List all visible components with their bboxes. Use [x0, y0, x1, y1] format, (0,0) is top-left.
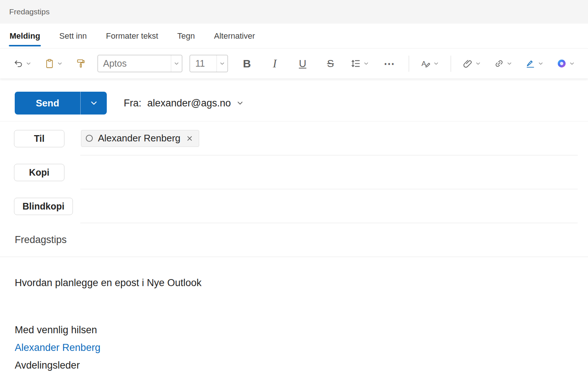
chevron-down-icon — [237, 100, 243, 106]
toolbar-divider — [451, 56, 451, 72]
signature-pen-icon — [525, 59, 535, 68]
bcc-label-col: Blindkopi — [14, 189, 80, 223]
send-split-button: Send — [15, 92, 107, 115]
paste-icon — [45, 59, 54, 68]
ribbon-tabs: Melding Sett inn Formater tekst Tegn Alt… — [0, 24, 588, 49]
paperclip-icon — [463, 59, 473, 68]
recipient-name: Alexander Renberg — [98, 133, 180, 144]
body-text: Hvordan planlegge en epost i Nye Outlook — [15, 274, 573, 292]
chevron-down-icon — [57, 61, 63, 66]
bcc-button[interactable]: Blindkopi — [14, 198, 73, 215]
tab-sett-inn[interactable]: Sett inn — [50, 24, 96, 48]
send-row: Send Fra: alexander@ags.no — [0, 78, 588, 122]
more-options-button[interactable]: ⋯ — [381, 55, 398, 73]
chevron-down-icon — [475, 61, 481, 66]
copilot-icon — [557, 59, 567, 68]
styles-button[interactable]: A — [419, 57, 440, 70]
chevron-down-icon — [90, 99, 98, 107]
from-address: alexander@ags.no — [147, 98, 231, 109]
ribbon-toolbar: Aptos 11 B I U S ⋯ A — [0, 49, 588, 78]
tab-label: Melding — [10, 31, 40, 41]
compose-area: Send Fra: alexander@ags.no Til Alexander… — [0, 78, 588, 387]
tab-label: Formater tekst — [106, 31, 158, 41]
toolbar-divider — [409, 56, 409, 72]
to-row: Til Alexander Renberg — [0, 122, 588, 155]
tab-label: Tegn — [177, 31, 195, 41]
remove-recipient-button[interactable] — [186, 134, 194, 143]
window-title: Fredagstips — [9, 7, 50, 16]
cc-label-col: Kopi — [14, 155, 80, 189]
to-button[interactable]: Til — [14, 130, 64, 147]
message-body-editor[interactable]: Hvordan planlegge en epost i Nye Outlook… — [0, 257, 588, 387]
chevron-down-icon — [538, 61, 543, 66]
tab-alternativer[interactable]: Alternativer — [204, 24, 264, 48]
font-name-select[interactable]: Aptos — [98, 55, 182, 72]
font-size-value: 11 — [190, 58, 216, 69]
chevron-down-icon — [569, 61, 575, 66]
line-spacing-icon — [351, 59, 361, 68]
bcc-row: Blindkopi — [0, 189, 588, 223]
link-icon — [494, 59, 504, 68]
subject-field[interactable]: Fredagstips — [0, 223, 588, 257]
styles-icon: A — [421, 59, 431, 68]
font-name-value: Aptos — [98, 58, 171, 69]
signature-name-link[interactable]: Alexander Renberg — [15, 339, 573, 356]
chevron-down-icon — [363, 61, 369, 66]
chevron-down-icon — [171, 55, 182, 72]
chevron-down-icon — [216, 55, 228, 72]
tab-formater-tekst[interactable]: Formater tekst — [96, 24, 168, 48]
chevron-down-icon — [433, 61, 439, 66]
chevron-down-icon — [26, 61, 31, 66]
insert-link-button[interactable] — [493, 57, 514, 70]
undo-button[interactable] — [12, 57, 33, 70]
copilot-button[interactable] — [555, 57, 576, 70]
attach-button[interactable] — [461, 57, 482, 70]
cc-field[interactable] — [80, 155, 578, 189]
subject-text: Fredagstips — [15, 234, 67, 246]
cc-button[interactable]: Kopi — [14, 164, 64, 181]
to-field[interactable]: Alexander Renberg — [80, 122, 578, 155]
paste-button[interactable] — [43, 57, 64, 70]
tab-label: Alternativer — [214, 31, 255, 41]
cc-row: Kopi — [0, 155, 588, 189]
italic-button[interactable]: I — [266, 55, 284, 73]
from-label: Fra: — [124, 98, 141, 109]
close-icon — [186, 135, 193, 142]
signature-greeting: Med vennlig hilsen — [15, 321, 573, 339]
recipient-pill[interactable]: Alexander Renberg — [81, 130, 199, 147]
format-painter-icon — [76, 59, 86, 68]
from-selector[interactable]: Fra: alexander@ags.no — [124, 98, 243, 109]
underline-button[interactable]: U — [294, 55, 311, 73]
tab-tegn[interactable]: Tegn — [168, 24, 205, 48]
format-painter-button[interactable] — [74, 57, 87, 70]
compose-window: Fredagstips Melding Sett inn Formater te… — [0, 0, 588, 387]
bcc-field[interactable] — [80, 189, 578, 223]
undo-icon — [13, 59, 23, 68]
titlebar: Fredagstips — [0, 0, 588, 24]
strikethrough-button[interactable]: S — [322, 55, 339, 73]
font-size-select[interactable]: 11 — [190, 55, 228, 72]
send-button[interactable]: Send — [15, 92, 80, 115]
send-options-button[interactable] — [80, 92, 107, 115]
line-spacing-button[interactable] — [349, 57, 370, 70]
signature-role: Avdelingsleder — [15, 356, 573, 374]
signature-button[interactable] — [524, 57, 545, 70]
bold-button[interactable]: B — [238, 55, 256, 73]
to-label-col: Til — [14, 122, 80, 155]
chevron-down-icon — [507, 61, 512, 66]
presence-icon — [86, 135, 93, 142]
tab-label: Sett inn — [59, 31, 87, 41]
svg-text:A: A — [422, 60, 426, 67]
tab-melding[interactable]: Melding — [0, 24, 50, 48]
